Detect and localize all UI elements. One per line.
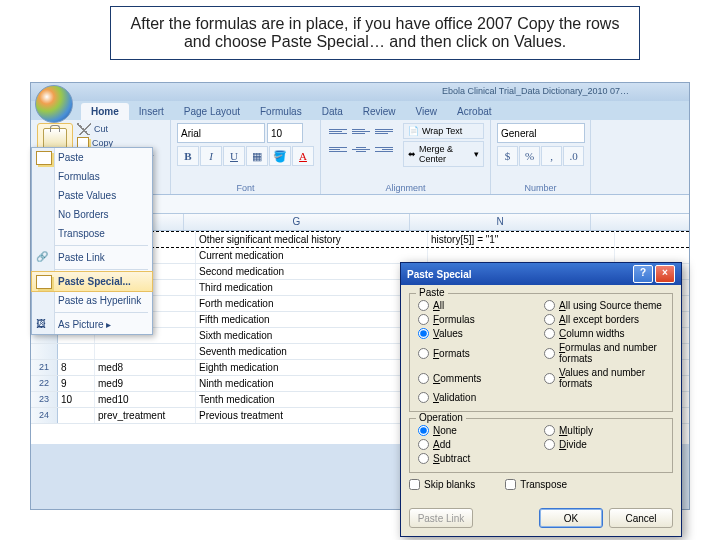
- merge-center-button[interactable]: ⬌Merge & Center ▾: [403, 141, 484, 167]
- cut-button[interactable]: Cut: [77, 123, 154, 135]
- menu-paste-values[interactable]: Paste Values: [32, 186, 152, 205]
- radio-validation[interactable]: Validation: [418, 392, 538, 403]
- tab-home[interactable]: Home: [81, 103, 129, 120]
- group-number: $ % , .0 Number: [491, 120, 591, 194]
- cell[interactable]: Forth medication: [196, 296, 428, 311]
- align-middle-button[interactable]: [350, 123, 372, 139]
- group-font: B I U ▦ 🪣 A Font: [171, 120, 321, 194]
- skip-blanks-checkbox[interactable]: Skip blanks: [409, 479, 475, 490]
- underline-button[interactable]: U: [223, 146, 245, 166]
- radio-multiply[interactable]: Multiply: [544, 425, 664, 436]
- align-bottom-button[interactable]: [373, 123, 395, 139]
- number-format-select[interactable]: [497, 123, 585, 143]
- tab-page-layout[interactable]: Page Layout: [174, 103, 250, 120]
- radio-all[interactable]: All: [418, 300, 538, 311]
- cell[interactable]: 8: [58, 360, 95, 375]
- cell[interactable]: history[5]] = "1": [428, 232, 615, 247]
- radio-all-using-source-theme[interactable]: All using Source theme: [544, 300, 664, 311]
- menu-paste-hyperlink[interactable]: Paste as Hyperlink: [32, 291, 152, 310]
- row-header[interactable]: 22: [31, 376, 58, 391]
- comma-button[interactable]: ,: [541, 146, 562, 166]
- cell[interactable]: Eighth medication: [196, 360, 428, 375]
- cell[interactable]: Current medication: [196, 248, 428, 263]
- align-left-button[interactable]: [327, 141, 349, 157]
- ok-button[interactable]: OK: [539, 508, 603, 528]
- dialog-titlebar[interactable]: Paste Special ? ×: [401, 263, 681, 285]
- menu-paste[interactable]: Paste: [32, 148, 152, 167]
- cell[interactable]: Tenth medication: [196, 392, 428, 407]
- increase-decimal-button[interactable]: .0: [563, 146, 584, 166]
- radio-divide[interactable]: Divide: [544, 439, 664, 450]
- row-header[interactable]: 21: [31, 360, 58, 375]
- menu-as-picture[interactable]: 🖼As Picture ▸: [32, 315, 152, 334]
- cell[interactable]: Second medication: [196, 264, 428, 279]
- cancel-button[interactable]: Cancel: [609, 508, 673, 528]
- italic-button[interactable]: I: [200, 146, 222, 166]
- cell[interactable]: Third medication: [196, 280, 428, 295]
- align-center-button[interactable]: [350, 141, 372, 157]
- document-title: Ebola Clinical Trial_Data Dictionary_201…: [442, 86, 629, 96]
- tab-review[interactable]: Review: [353, 103, 406, 120]
- border-button[interactable]: ▦: [246, 146, 268, 166]
- cell[interactable]: [95, 344, 196, 359]
- cell[interactable]: [428, 248, 615, 263]
- radio-values[interactable]: Values: [418, 328, 538, 339]
- tab-data[interactable]: Data: [312, 103, 353, 120]
- row-header[interactable]: [31, 344, 58, 359]
- radio-all-except-borders[interactable]: All except borders: [544, 314, 664, 325]
- cell[interactable]: Seventh medication: [196, 344, 428, 359]
- radio-formulas-and-number-formats[interactable]: Formulas and number formats: [544, 342, 664, 364]
- cell[interactable]: med10: [95, 392, 196, 407]
- tab-view[interactable]: View: [406, 103, 448, 120]
- cell[interactable]: prev_treatment: [95, 408, 196, 423]
- cell[interactable]: [58, 408, 95, 423]
- cell[interactable]: [58, 344, 95, 359]
- cell[interactable]: Sixth medication: [196, 328, 428, 343]
- menu-formulas[interactable]: Formulas: [32, 167, 152, 186]
- col-n[interactable]: N: [410, 214, 591, 230]
- group-alignment: 📄Wrap Text ⬌Merge & Center ▾ Alignment: [321, 120, 491, 194]
- align-top-button[interactable]: [327, 123, 349, 139]
- col-g[interactable]: G: [184, 214, 410, 230]
- cell[interactable]: 9: [58, 376, 95, 391]
- close-button[interactable]: ×: [655, 265, 675, 283]
- font-size-select[interactable]: [267, 123, 303, 143]
- bold-button[interactable]: B: [177, 146, 199, 166]
- menu-paste-link[interactable]: 🔗Paste Link: [32, 248, 152, 267]
- cell[interactable]: Previous treatment: [196, 408, 428, 423]
- tab-formulas[interactable]: Formulas: [250, 103, 312, 120]
- cell[interactable]: med9: [95, 376, 196, 391]
- tab-acrobat[interactable]: Acrobat: [447, 103, 501, 120]
- radio-comments[interactable]: Comments: [418, 367, 538, 389]
- cell[interactable]: Fifth medication: [196, 312, 428, 327]
- radio-subtract[interactable]: Subtract: [418, 453, 538, 464]
- cell[interactable]: Other significant medical history: [196, 232, 428, 247]
- row-header[interactable]: 24: [31, 408, 58, 423]
- wrap-text-button[interactable]: 📄Wrap Text: [403, 123, 484, 139]
- fill-color-button[interactable]: 🪣: [269, 146, 291, 166]
- menu-no-borders[interactable]: No Borders: [32, 205, 152, 224]
- menu-transpose[interactable]: Transpose: [32, 224, 152, 243]
- font-name-select[interactable]: [177, 123, 265, 143]
- radio-formulas[interactable]: Formulas: [418, 314, 538, 325]
- radio-none[interactable]: None: [418, 425, 538, 436]
- menu-paste-special[interactable]: Paste Special...: [32, 272, 152, 291]
- align-right-button[interactable]: [373, 141, 395, 157]
- radio-add[interactable]: Add: [418, 439, 538, 450]
- row-header[interactable]: 23: [31, 392, 58, 407]
- cell[interactable]: med8: [95, 360, 196, 375]
- office-button[interactable]: [35, 85, 73, 123]
- help-button[interactable]: ?: [633, 265, 653, 283]
- font-color-button[interactable]: A: [292, 146, 314, 166]
- currency-button[interactable]: $: [497, 146, 518, 166]
- radio-values-and-number-formats[interactable]: Values and number formats: [544, 367, 664, 389]
- percent-button[interactable]: %: [519, 146, 540, 166]
- radio-formats[interactable]: Formats: [418, 342, 538, 364]
- radio-column-widths[interactable]: Column widths: [544, 328, 664, 339]
- cell[interactable]: Ninth medication: [196, 376, 428, 391]
- tab-insert[interactable]: Insert: [129, 103, 174, 120]
- transpose-checkbox[interactable]: Transpose: [505, 479, 567, 490]
- paste-link-button: Paste Link: [409, 508, 473, 528]
- cell[interactable]: 10: [58, 392, 95, 407]
- operation-legend: Operation: [416, 412, 466, 423]
